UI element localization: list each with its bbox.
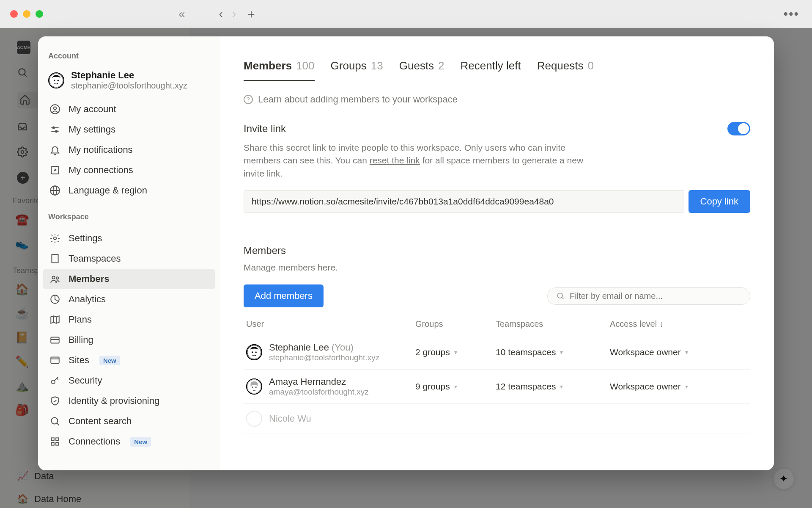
sidebar-item-content-search[interactable]: Content search bbox=[43, 411, 215, 431]
svg-point-11 bbox=[55, 130, 57, 132]
avatar bbox=[246, 411, 262, 427]
chevron-down-icon: ▾ bbox=[685, 383, 688, 390]
svg-point-10 bbox=[53, 127, 55, 129]
shield-icon bbox=[49, 395, 61, 407]
sidebar-item-security[interactable]: Security bbox=[43, 370, 215, 391]
collapse-sidebar-icon[interactable]: « bbox=[178, 7, 185, 21]
tabs: Members100 Groups13 Guests2 Recently lef… bbox=[244, 59, 750, 81]
user-cell: Amaya Hernandez amaya@toolsforthought.xy… bbox=[246, 376, 415, 397]
sidebar-item-plans[interactable]: Plans bbox=[43, 309, 215, 330]
profile-name: Stephanie Lee bbox=[71, 70, 187, 81]
sidebar-item-label: Sites bbox=[69, 355, 89, 366]
tab-groups[interactable]: Groups13 bbox=[331, 59, 383, 81]
avatar bbox=[246, 344, 262, 360]
col-groups[interactable]: Groups bbox=[415, 319, 496, 329]
sidebar-item-label: Billing bbox=[69, 334, 93, 345]
teamspaces-cell[interactable]: 10 teamspaces▾ bbox=[496, 347, 610, 357]
sidebar-item-identity[interactable]: Identity & provisioning bbox=[43, 391, 215, 411]
table-row: Stephanie Lee (You) stephanie@toolsforth… bbox=[244, 335, 750, 370]
col-access[interactable]: Access level bbox=[610, 319, 748, 329]
sidebar-item-label: Teamspaces bbox=[69, 253, 121, 264]
svg-line-41 bbox=[562, 298, 564, 299]
sidebar-item-label: Content search bbox=[69, 416, 132, 427]
col-teamspaces[interactable]: Teamspaces bbox=[496, 319, 610, 329]
profile-box[interactable]: Stephanie Lee stephanie@toolsforthought.… bbox=[43, 67, 215, 99]
workspace-heading: Workspace bbox=[43, 209, 215, 228]
invite-link-input[interactable] bbox=[244, 190, 683, 213]
arrow-out-icon bbox=[49, 164, 61, 176]
filter-box[interactable] bbox=[547, 287, 750, 305]
svg-rect-31 bbox=[51, 357, 59, 363]
sidebar-item-label: Language & region bbox=[69, 185, 147, 196]
copy-link-button[interactable]: Copy link bbox=[689, 190, 750, 213]
sidebar-item-my-account[interactable]: My account bbox=[43, 99, 215, 119]
help-icon: ? bbox=[244, 95, 253, 104]
svg-point-44 bbox=[255, 352, 257, 353]
sidebar-item-label: My connections bbox=[69, 165, 133, 176]
sidebar-item-label: Members bbox=[69, 273, 110, 284]
sidebar-item-settings[interactable]: Settings bbox=[43, 228, 215, 248]
sidebar-item-label: Settings bbox=[69, 233, 102, 244]
groups-cell[interactable]: 2 groups▾ bbox=[415, 347, 496, 357]
settings-sidebar: Account Stephanie Lee stephanie@toolsfor… bbox=[38, 36, 220, 470]
avatar bbox=[48, 72, 64, 88]
tab-recently-left[interactable]: Recently left bbox=[461, 59, 521, 81]
more-menu-button[interactable]: ••• bbox=[783, 7, 799, 21]
svg-point-43 bbox=[252, 352, 253, 353]
reset-link[interactable]: reset the link bbox=[370, 155, 420, 165]
sidebar-item-sites[interactable]: Sites New bbox=[43, 350, 215, 370]
nav-buttons: ‹ › ＋ bbox=[219, 6, 258, 22]
new-badge: New bbox=[99, 356, 120, 365]
sidebar-item-language-region[interactable]: Language & region bbox=[43, 180, 215, 201]
profile-email: stephanie@toolsforthought.xyz bbox=[71, 81, 187, 91]
minimize-window-button[interactable] bbox=[23, 10, 30, 18]
building-icon bbox=[49, 253, 61, 265]
teamspaces-cell[interactable]: 12 teamspaces▾ bbox=[496, 381, 610, 392]
nav-back-button[interactable]: ‹ bbox=[219, 7, 223, 21]
credit-card-icon bbox=[49, 334, 61, 346]
tab-requests[interactable]: Requests0 bbox=[537, 59, 594, 81]
sidebar-item-label: Analytics bbox=[69, 294, 106, 305]
sidebar-item-my-notifications[interactable]: My notifications bbox=[43, 140, 215, 160]
key-icon bbox=[49, 375, 61, 387]
invite-link-toggle[interactable] bbox=[727, 122, 750, 135]
members-table: User Groups Teamspaces Access level Step… bbox=[244, 319, 750, 434]
access-cell[interactable]: Workspace owner▾ bbox=[610, 381, 748, 392]
tab-guests[interactable]: Guests2 bbox=[399, 59, 444, 81]
col-user[interactable]: User bbox=[246, 319, 415, 329]
sidebar-item-teamspaces[interactable]: Teamspaces bbox=[43, 248, 215, 269]
sidebar-item-my-settings[interactable]: My settings bbox=[43, 119, 215, 140]
groups-cell[interactable]: 9 groups▾ bbox=[415, 381, 496, 392]
sidebar-item-connections[interactable]: Connections New bbox=[43, 431, 215, 452]
chevron-down-icon: ▾ bbox=[560, 383, 563, 390]
sidebar-item-billing[interactable]: Billing bbox=[43, 330, 215, 350]
svg-line-35 bbox=[57, 423, 59, 425]
sidebar-item-analytics[interactable]: Analytics bbox=[43, 289, 215, 309]
sidebar-item-label: My notifications bbox=[69, 144, 133, 155]
chevron-down-icon: ▾ bbox=[685, 349, 688, 356]
sidebar-item-label: Identity & provisioning bbox=[69, 395, 159, 406]
close-window-button[interactable] bbox=[10, 10, 18, 18]
members-subtitle: Manage members here. bbox=[244, 262, 750, 273]
sidebar-item-members[interactable]: Members bbox=[43, 269, 215, 289]
divider bbox=[244, 230, 750, 230]
invite-link-title: Invite link bbox=[244, 123, 286, 135]
nav-forward-button[interactable]: › bbox=[232, 7, 236, 21]
add-members-button[interactable]: Add members bbox=[244, 284, 324, 307]
sidebar-item-my-connections[interactable]: My connections bbox=[43, 160, 215, 180]
svg-rect-29 bbox=[51, 337, 59, 343]
tab-members[interactable]: Members100 bbox=[244, 59, 315, 81]
svg-point-7 bbox=[54, 107, 57, 110]
filter-input[interactable] bbox=[570, 291, 741, 301]
maximize-window-button[interactable] bbox=[36, 10, 43, 18]
new-tab-button[interactable]: ＋ bbox=[245, 6, 257, 22]
svg-rect-37 bbox=[56, 438, 59, 441]
svg-rect-38 bbox=[51, 442, 54, 445]
browser-icon bbox=[49, 354, 61, 366]
svg-point-4 bbox=[54, 80, 55, 81]
svg-point-16 bbox=[54, 237, 57, 240]
access-cell[interactable]: Workspace owner▾ bbox=[610, 347, 748, 357]
help-link[interactable]: ? Learn about adding members to your wor… bbox=[244, 94, 750, 105]
table-row: Amaya Hernandez amaya@toolsforthought.xy… bbox=[244, 370, 750, 404]
svg-point-6 bbox=[50, 105, 60, 114]
